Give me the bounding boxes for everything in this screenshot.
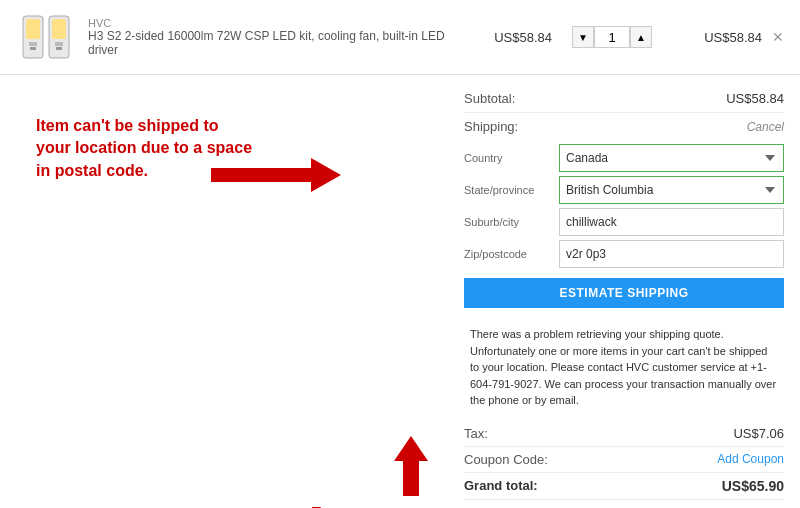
cart-summary: Subtotal: US$58.84 Shipping: Cancel Coun… xyxy=(444,75,784,508)
product-name: H3 S2 2-sided 16000lm 72W CSP LED kit, c… xyxy=(88,29,452,57)
svg-rect-2 xyxy=(29,42,37,46)
qty-input[interactable] xyxy=(594,26,630,48)
shipping-label: Shipping: xyxy=(464,119,518,134)
product-info: HVC H3 S2 2-sided 16000lm 72W CSP LED ki… xyxy=(88,17,452,57)
svg-marker-8 xyxy=(211,158,341,192)
product-total: US$58.84 xyxy=(672,30,762,45)
product-unit-price: US$58.84 xyxy=(452,30,552,45)
grandtotal-value: US$65.90 xyxy=(722,478,784,494)
suburb-input[interactable] xyxy=(559,208,784,236)
svg-marker-9 xyxy=(394,436,428,496)
suburb-row: Suburb/city xyxy=(464,208,784,236)
arrow-right-icon xyxy=(211,150,341,200)
subtotal-row: Subtotal: US$58.84 xyxy=(464,85,784,113)
subtotal-label: Subtotal: xyxy=(464,91,515,106)
remove-btn[interactable]: ✕ xyxy=(772,29,784,45)
grandtotal-label: Grand total: xyxy=(464,478,538,493)
state-row: State/province British Columbia Ontario … xyxy=(464,176,784,204)
tax-value: US$7.06 xyxy=(733,426,784,441)
svg-rect-1 xyxy=(26,19,40,39)
suburb-label: Suburb/city xyxy=(464,216,559,228)
product-image xyxy=(16,12,76,62)
error-box: There was a problem retrieving your ship… xyxy=(464,318,784,417)
country-select[interactable]: Canada United States xyxy=(559,144,784,172)
error-message-annotation: Error message xyxy=(311,505,423,509)
product-brand: HVC xyxy=(88,17,452,29)
subtotal-value: US$58.84 xyxy=(726,91,784,106)
cancel-link[interactable]: Cancel xyxy=(747,120,784,134)
zip-row: Zip/postcode xyxy=(464,240,784,268)
grandtotal-row: Grand total: US$65.90 xyxy=(464,473,784,500)
shipping-row: Shipping: Cancel xyxy=(464,113,784,140)
coupon-row: Coupon Code: Add Coupon xyxy=(464,447,784,473)
add-coupon-link[interactable]: Add Coupon xyxy=(717,452,784,466)
country-label: Country xyxy=(464,152,559,164)
qty-decrease-btn[interactable]: ▼ xyxy=(572,26,594,48)
zip-input[interactable] xyxy=(559,240,784,268)
coupon-label: Coupon Code: xyxy=(464,452,548,467)
tax-row: Tax: US$7.06 xyxy=(464,421,784,447)
main-content: Item can't be shipped to your location d… xyxy=(0,75,800,508)
svg-rect-7 xyxy=(56,47,62,50)
qty-increase-btn[interactable]: ▲ xyxy=(630,26,652,48)
product-row: HVC H3 S2 2-sided 16000lm 72W CSP LED ki… xyxy=(0,0,800,75)
svg-rect-5 xyxy=(52,19,66,39)
annotation-area: Item can't be shipped to your location d… xyxy=(16,75,444,508)
arrow-up-icon xyxy=(386,436,436,496)
state-select[interactable]: British Columbia Ontario Alberta xyxy=(559,176,784,204)
estimate-shipping-btn[interactable]: ESTIMATE SHIPPING xyxy=(464,278,784,308)
svg-rect-3 xyxy=(30,47,36,50)
qty-control: ▼ ▲ xyxy=(572,26,652,48)
tax-label: Tax: xyxy=(464,426,488,441)
state-label: State/province xyxy=(464,184,559,196)
country-row: Country Canada United States xyxy=(464,144,784,172)
svg-rect-6 xyxy=(55,42,63,46)
zip-label: Zip/postcode xyxy=(464,248,559,260)
shipping-form: Country Canada United States State/provi… xyxy=(464,140,784,312)
